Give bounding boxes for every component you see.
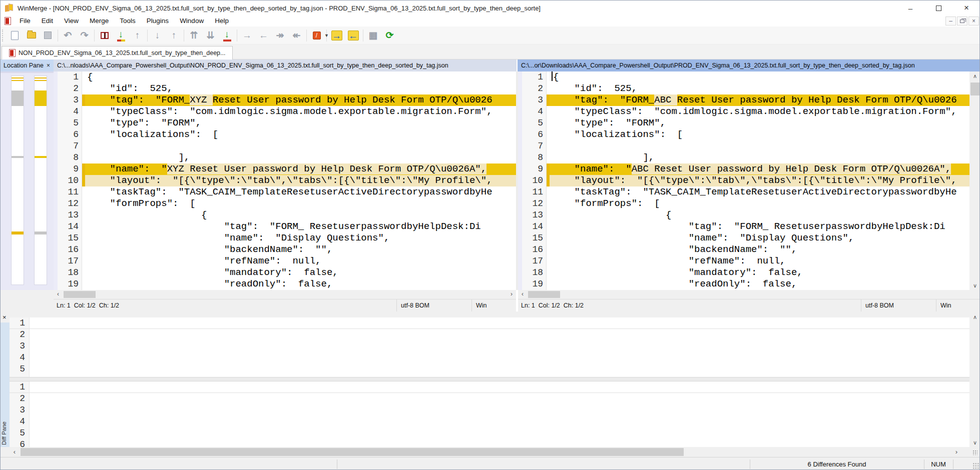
location-pane-close-icon[interactable]: × [47, 62, 50, 69]
new-file-button[interactable] [7, 28, 23, 43]
location-bar-left[interactable] [11, 76, 24, 285]
toolbar-separator [58, 30, 58, 42]
left-file-path-header[interactable]: C:\...nloads\AAA_Compare_Powershell_Outp… [54, 60, 517, 72]
diff-location-mark [12, 90, 24, 106]
menu-item-help[interactable]: Help [209, 16, 234, 26]
editor-line: 12 "formProps": [ [54, 198, 516, 210]
copy-all-right-button[interactable]: → [328, 28, 345, 43]
scroll-down-icon[interactable]: ∨ [969, 281, 980, 290]
right-hscroll-thumb[interactable] [528, 291, 560, 298]
copy-left-and-advance-icon: ↞ [293, 30, 301, 40]
mdi-close-button[interactable]: × [968, 16, 979, 26]
mdi-close-icon: × [972, 18, 975, 24]
save-button[interactable] [40, 28, 56, 43]
differences-found-status: 6 Differences Found [750, 458, 924, 470]
scroll-up-icon[interactable]: ∧ [969, 312, 980, 322]
location-pane [1, 72, 54, 290]
editor-line: 7 [518, 140, 969, 152]
left-horizontal-scrollbar[interactable]: ‹ › [54, 290, 516, 299]
refresh-button[interactable]: ⟳ [381, 28, 398, 43]
toolbar-grip[interactable] [2, 30, 5, 42]
options-button[interactable]: /▼ [308, 28, 325, 43]
line-text [30, 329, 969, 340]
line-text: "name": "Display Questions", [85, 232, 516, 244]
copy-all-left-button[interactable]: ← [345, 28, 361, 43]
line-text: "localizations": [ [550, 129, 969, 140]
editor-line: 18 "mandatory": false, [54, 267, 516, 278]
diff-pane-top-editor[interactable]: 123456 [10, 318, 969, 377]
close-button[interactable]: × [952, 0, 980, 16]
menu-item-window[interactable]: Window [174, 16, 209, 26]
next-conflict-button[interactable]: ⇊ [202, 28, 219, 43]
menu-item-file[interactable]: File [14, 16, 36, 26]
scroll-up-icon[interactable]: ∧ [969, 72, 980, 80]
bottom-horizontal-scrollbar[interactable]: ‹ › [1, 447, 980, 457]
last-difference-button[interactable]: ↓ [219, 28, 235, 43]
scroll-left-icon[interactable]: ‹ [10, 447, 20, 457]
current-difference-button[interactable]: ↓ [113, 28, 129, 43]
editor-line: 3 "tag": "FORM_XYZ Reset User password b… [54, 94, 516, 106]
line-number: 9 [54, 164, 82, 175]
diff-location-mark [35, 78, 47, 78]
bottom-scrollbar-thumb[interactable] [21, 448, 684, 456]
redo-button[interactable]: ↷ [76, 28, 93, 43]
diff-text-segment: ABC Reset User password by Help Desk For… [632, 164, 951, 174]
vertical-scrollbar-thumb[interactable] [970, 82, 979, 96]
previous-difference-button[interactable]: ↑ [129, 28, 146, 43]
line-text: "name": "Display Questions", [550, 232, 969, 244]
auto-merge-button[interactable]: ▦ [365, 28, 381, 43]
location-bar-right[interactable] [34, 76, 47, 285]
line-number: 4 [10, 416, 30, 428]
diff-pane-vertical-scrollbar[interactable]: ∧ ∨ [969, 312, 980, 447]
diff-pane-close-icon[interactable]: × [3, 314, 7, 321]
editor-line: 17 "refName": null, [518, 256, 969, 267]
line-number: 3 [10, 404, 30, 416]
scroll-right-icon[interactable]: › [951, 447, 961, 457]
next-difference-button[interactable]: ↓ [149, 28, 166, 43]
mdi-restore-button[interactable] [957, 16, 967, 26]
line-text [30, 382, 969, 392]
copy-all-left-icon: ← [348, 30, 358, 41]
scroll-down-icon[interactable]: ∨ [969, 438, 980, 447]
scroll-left-icon[interactable]: ‹ [518, 290, 527, 299]
diff-pane-line: 4 [10, 416, 969, 428]
scroll-left-icon[interactable]: ‹ [54, 290, 63, 299]
location-pane-header: Location Pane × [1, 60, 54, 72]
left-hscroll-thumb[interactable] [64, 291, 96, 298]
copy-left-button[interactable]: ← [255, 28, 272, 43]
scroll-right-icon[interactable]: › [507, 290, 516, 299]
vertical-scrollbar[interactable]: ∧ ∨ [969, 72, 980, 290]
menu-item-merge[interactable]: Merge [84, 16, 114, 26]
copy-right-and-advance-button[interactable]: ↠ [272, 28, 288, 43]
tab-compare-file[interactable]: NON_PROD_ENV_Sigma_06_13_2025.txt.full_s… [2, 46, 233, 60]
right-file-path-header[interactable]: C:\...or\Downloads\AAA_Compare_Powershel… [518, 60, 980, 72]
diff-pane-bottom-editor[interactable]: 123456 [10, 382, 969, 447]
mdi-minimize-button[interactable]: – [945, 16, 956, 26]
editor-line: 19 "readOnly": false, [518, 278, 969, 290]
minimize-button[interactable]: – [896, 0, 924, 16]
undo-button[interactable]: ↶ [60, 28, 76, 43]
menu-bar: FileEditViewMergeToolsPluginsWindowHelp … [1, 16, 980, 26]
diff-pane-divider[interactable] [10, 377, 969, 382]
menu-item-plugins[interactable]: Plugins [141, 16, 174, 26]
copy-right-button[interactable]: → [239, 28, 255, 43]
menu-item-tools[interactable]: Tools [114, 16, 141, 26]
first-difference-button[interactable]: ⇈ [186, 28, 202, 43]
copy-left-and-advance-button[interactable]: ↞ [288, 28, 305, 43]
tab-label: NON_PROD_ENV_Sigma_06_13_2025.txt.full_s… [19, 50, 225, 56]
diff-text-segment: Reset User password by Help Desk Form OT… [213, 94, 493, 106]
maximize-button[interactable] [924, 0, 952, 16]
menu-item-edit[interactable]: Edit [36, 16, 59, 26]
view-whitespace-button[interactable] [96, 28, 113, 43]
line-number: 14 [518, 221, 547, 232]
open-folder-button[interactable] [23, 28, 40, 43]
right-editor[interactable]: 1{2 "id": 525,3 "tag": "FORM_ABC Reset U… [518, 72, 969, 290]
toolbar-separator [94, 30, 95, 42]
editor-line: 1{ [518, 72, 969, 83]
menu-item-view[interactable]: View [59, 16, 84, 26]
editor-line: 11 "taskTag": "TASK_CAIM_TemplateResetus… [518, 186, 969, 198]
compare-area: 1{2 "id": 525,3 "tag": "FORM_XYZ Reset U… [1, 72, 980, 290]
left-editor[interactable]: 1{2 "id": 525,3 "tag": "FORM_XYZ Reset U… [54, 72, 516, 290]
right-horizontal-scrollbar[interactable]: ‹ [518, 290, 980, 299]
previous-difference-2-button[interactable]: ↑ [166, 28, 182, 43]
